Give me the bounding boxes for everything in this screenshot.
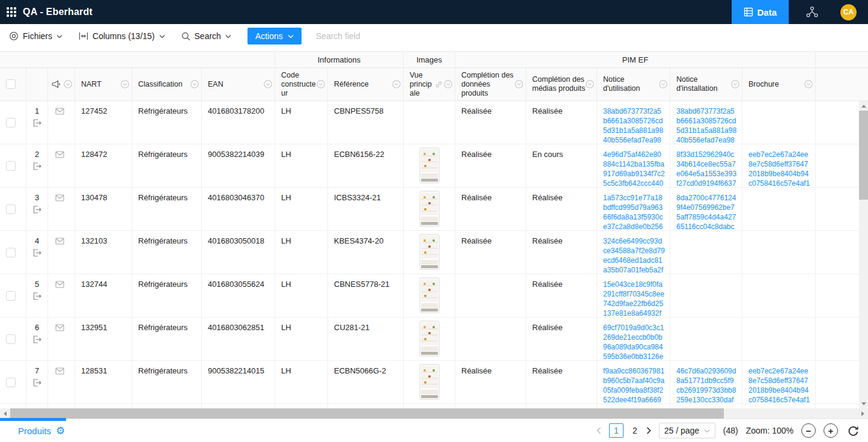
brochure-link[interactable]: eeb7ec2e67a24ee8e7c58d6eff376472018b9be8… <box>748 366 810 404</box>
scroll-right-arrow[interactable] <box>858 408 868 419</box>
filter-icon[interactable] <box>64 80 72 88</box>
product-image[interactable] <box>419 191 440 230</box>
notice-utilisation-link[interactable]: f9aa9cc860367981b960c5b7aaf40c9a05fa009f… <box>603 366 665 404</box>
fichiers-menu[interactable]: Fichiers <box>9 31 62 41</box>
envelope-icon[interactable] <box>55 194 64 202</box>
product-image[interactable] <box>419 234 440 274</box>
product-image[interactable] <box>419 277 440 317</box>
notice-utilisation-link[interactable]: 38abd673773f2a5b6661a3085726cd5d31b1a5a8… <box>603 106 665 144</box>
filter-icon[interactable] <box>392 80 401 88</box>
filter-icon[interactable] <box>586 80 594 88</box>
nav-hierarchy-button[interactable] <box>789 0 836 24</box>
row-number: 5 <box>35 280 39 289</box>
envelope-icon[interactable] <box>55 237 64 245</box>
app-grid-icon[interactable] <box>7 7 16 17</box>
envelope-icon[interactable] <box>55 280 64 289</box>
product-image[interactable] <box>419 147 440 187</box>
zoom-in-button[interactable]: + <box>824 423 838 438</box>
notice-utilisation-link[interactable]: 324c6e6499cc93dce34588a7f2e8d79ecd6468ed… <box>603 236 665 274</box>
cell-reference: ECBN5066G-2 <box>328 361 404 404</box>
cell-ean: 4016803046370 <box>202 188 275 230</box>
page-2-button[interactable]: 2 <box>631 426 639 435</box>
filter-icon[interactable] <box>317 80 325 88</box>
envelope-icon[interactable] <box>55 150 64 159</box>
actions-button[interactable]: Actions <box>247 28 302 45</box>
cell-classification: Réfrigérateurs <box>132 274 202 317</box>
notice-installation-link[interactable]: 8da2700c47761249f4e07569962be75aff7859c4… <box>676 193 737 230</box>
header-notify-cell <box>48 68 75 100</box>
notice-utilisation-link[interactable]: 69cf7019a9d0c3c1269de21eccb0b0b96a089da9… <box>603 323 665 360</box>
table-row: 1 127452 Réfrigérateurs 4016803178200 LH… <box>0 101 868 144</box>
filter-icon[interactable] <box>190 80 199 88</box>
header-rownum-cell <box>26 68 48 100</box>
open-record-icon[interactable] <box>32 162 41 171</box>
row-checkbox[interactable] <box>6 334 16 344</box>
tab-produits[interactable]: Produits ⚙ <box>18 426 65 436</box>
cell-notice-utilisation: 1a573cc91e77a18bdffcd995d79a96366f6da8a1… <box>597 188 670 230</box>
filter-icon[interactable] <box>731 80 739 88</box>
product-image[interactable] <box>419 364 440 404</box>
notice-utilisation-link[interactable]: 4e96d75af462e80884c1142ba135fba917d69ab9… <box>603 150 665 187</box>
search-input[interactable] <box>315 31 513 41</box>
footer-bar: Produits ⚙ 1 2 25 / page (48) Zoom: 100%… <box>0 419 868 442</box>
row-checkbox[interactable] <box>6 291 16 301</box>
brochure-link[interactable]: eeb7ec2e67a24ee8e7c58d6eff376472018b9be8… <box>748 150 810 187</box>
filter-icon[interactable] <box>264 80 272 88</box>
horizontal-scrollbar[interactable] <box>0 408 868 419</box>
notice-installation-link[interactable]: 38abd673773f2a5b6661a3085726cd5d31b1a5a8… <box>676 106 737 144</box>
page-1-button[interactable]: 1 <box>609 423 624 438</box>
vertical-scroll-thumb[interactable] <box>859 111 868 200</box>
hierarchy-icon <box>806 5 819 19</box>
row-number-cell: 3 <box>26 188 48 230</box>
row-checkbox[interactable] <box>6 118 16 127</box>
cell-nart: 130478 <box>75 188 132 230</box>
notice-installation-link[interactable]: 8f33d152962940c34b614ce8ec55a7e064e5a155… <box>676 150 737 187</box>
cell-completion-donnees: Réalisée <box>455 231 526 274</box>
open-record-icon[interactable] <box>32 205 41 214</box>
scroll-up-arrow[interactable] <box>859 101 868 111</box>
select-all-checkbox[interactable] <box>6 79 16 89</box>
cell-classification: Réfrigérateurs <box>132 188 202 230</box>
scroll-left-arrow[interactable] <box>0 408 10 419</box>
column-width-icon <box>79 32 88 40</box>
nav-data-button[interactable]: Data <box>732 0 789 24</box>
envelope-icon[interactable] <box>55 107 64 115</box>
row-checkbox[interactable] <box>6 378 16 387</box>
prev-page-button[interactable] <box>596 427 601 434</box>
refresh-button[interactable] <box>846 423 860 438</box>
cell-completion-donnees <box>455 318 526 360</box>
notice-installation-link[interactable]: 46c7d6a0293609d8a51771db9cc5f9cb26919973… <box>676 366 737 404</box>
columns-menu[interactable]: Columns (13/15) <box>79 31 165 41</box>
product-image[interactable] <box>419 321 440 360</box>
row-checkbox[interactable] <box>6 248 16 257</box>
filter-icon[interactable] <box>121 80 129 88</box>
row-checkbox[interactable] <box>6 161 16 171</box>
open-record-icon[interactable] <box>32 378 41 387</box>
horizontal-scroll-thumb[interactable] <box>10 408 724 419</box>
avatar[interactable]: CA <box>840 4 857 20</box>
row-number-cell: 7 <box>26 361 48 404</box>
vertical-scrollbar[interactable] <box>859 101 868 408</box>
gear-icon[interactable]: ⚙ <box>56 426 65 436</box>
notice-utilisation-link[interactable]: 15e043ce18c9f0fa291cff8f70345c8ee742d9fa… <box>603 280 665 317</box>
open-record-icon[interactable] <box>32 248 41 257</box>
notice-utilisation-link[interactable]: 1a573cc91e77a18bdffcd995d79a96366f6da8a1… <box>603 193 665 230</box>
next-page-button[interactable] <box>646 427 651 434</box>
filter-icon[interactable] <box>804 80 813 88</box>
cell-vue-principale <box>404 144 455 187</box>
open-record-icon[interactable] <box>32 292 41 301</box>
scroll-down-arrow[interactable] <box>859 399 868 408</box>
row-checkbox[interactable] <box>6 204 16 214</box>
search-menu[interactable]: Search <box>181 31 231 41</box>
row-checkbox-cell <box>0 101 26 144</box>
open-record-icon[interactable] <box>32 118 41 127</box>
zoom-out-button[interactable]: − <box>801 423 816 438</box>
envelope-icon[interactable] <box>55 324 64 332</box>
filter-icon[interactable] <box>659 80 667 88</box>
open-record-icon[interactable] <box>32 335 41 344</box>
envelope-icon[interactable] <box>55 367 64 375</box>
filter-icon[interactable] <box>444 80 452 88</box>
page-size-select[interactable]: 25 / page <box>659 423 715 438</box>
filter-icon[interactable] <box>515 80 523 88</box>
header-ean: EAN <box>202 68 275 100</box>
